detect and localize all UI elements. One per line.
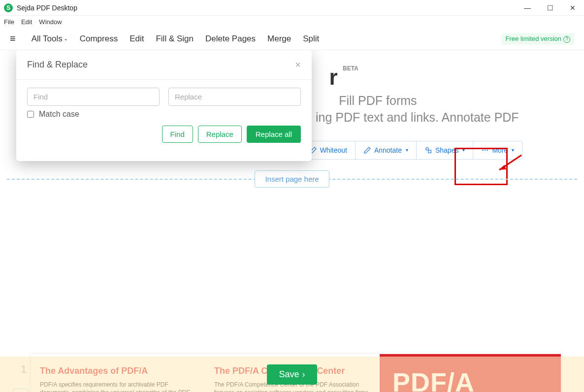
insert-page-button[interactable]: Insert page here — [255, 170, 329, 188]
annotate-tool[interactable]: Annotate▾ — [356, 141, 417, 159]
svg-point-5 — [482, 149, 484, 151]
window-title: Sejda PDF Desktop — [17, 4, 77, 12]
save-button[interactable]: Save › — [267, 364, 317, 385]
content-area: Find & Replace × Match case Find Replace… — [0, 50, 584, 392]
all-tools-menu[interactable]: All Tools⌄ — [32, 34, 68, 44]
close-window-button[interactable]: ✕ — [561, 0, 584, 16]
help-icon: ? — [563, 36, 570, 43]
free-version-badge[interactable]: Free limited version? — [502, 33, 574, 45]
find-button[interactable]: Find — [162, 126, 193, 143]
svg-point-7 — [487, 149, 488, 151]
title-bar: S Sejda PDF Desktop — ☐ ✕ — [0, 0, 584, 16]
pencil-icon — [363, 146, 371, 154]
replace-all-button[interactable]: Replace all — [247, 126, 301, 143]
match-case-checkbox[interactable] — [27, 111, 34, 118]
edit-button[interactable]: Edit — [130, 34, 144, 44]
shapes-icon — [424, 146, 432, 154]
delete-pages-button[interactable]: Delete Pages — [205, 34, 256, 44]
hamburger-icon[interactable]: ≡ — [10, 33, 16, 44]
chevron-down-icon: ▾ — [462, 147, 465, 153]
merge-button[interactable]: Merge — [267, 34, 291, 44]
menu-edit[interactable]: Edit — [21, 18, 32, 26]
split-button[interactable]: Split — [303, 34, 319, 44]
svg-point-6 — [485, 149, 486, 151]
menu-window[interactable]: Window — [39, 18, 62, 26]
save-bar: Save › — [0, 357, 584, 392]
find-replace-dialog: Find & Replace × Match case Find Replace… — [16, 50, 312, 161]
svg-point-3 — [426, 147, 428, 150]
fill-sign-button[interactable]: Fill & Sign — [156, 34, 194, 44]
chevron-right-icon: › — [302, 369, 305, 380]
shapes-tool[interactable]: Shapes▾ — [417, 141, 473, 159]
dialog-close-button[interactable]: × — [295, 59, 301, 70]
ellipsis-icon — [481, 146, 489, 154]
chevron-down-icon: ▾ — [512, 147, 514, 153]
svg-marker-9 — [499, 165, 506, 170]
replace-button[interactable]: Replace — [198, 126, 242, 143]
find-input[interactable] — [27, 88, 160, 106]
dialog-title: Find & Replace — [27, 60, 88, 70]
menu-bar: File Edit Window — [0, 16, 584, 28]
minimize-button[interactable]: — — [516, 0, 539, 16]
replace-input[interactable] — [168, 88, 301, 106]
compress-button[interactable]: Compress — [80, 34, 118, 44]
beta-badge: BETA — [343, 65, 358, 72]
app-logo: S — [4, 3, 13, 12]
menu-file[interactable]: File — [4, 18, 14, 26]
maximize-button[interactable]: ☐ — [539, 0, 561, 16]
svg-rect-4 — [428, 150, 431, 153]
main-toolbar: ≡ All Tools⌄ Compress Edit Fill & Sign D… — [0, 28, 584, 50]
match-case-label: Match case — [39, 110, 79, 119]
insert-page-row: Insert page here — [0, 170, 584, 188]
more-tool[interactable]: More▾ — [473, 141, 522, 159]
chevron-down-icon: ▾ — [406, 147, 408, 153]
